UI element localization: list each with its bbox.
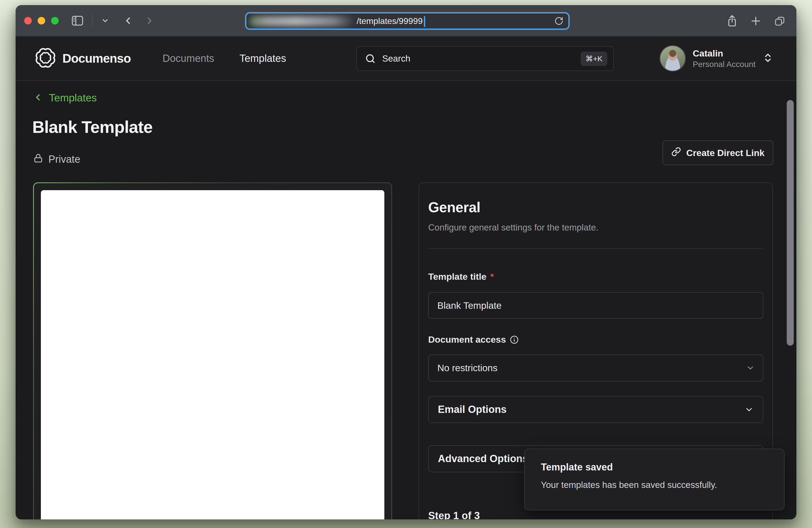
document-access-select[interactable]: No restrictions xyxy=(428,354,763,381)
avatar xyxy=(659,45,686,72)
window-controls xyxy=(24,17,59,25)
nav-templates[interactable]: Templates xyxy=(240,53,286,64)
link-icon xyxy=(671,147,681,159)
back-button-icon[interactable] xyxy=(122,15,133,26)
toast-message: Your templates has been saved successful… xyxy=(541,480,768,490)
page-content: Templates Blank Template Private Create … xyxy=(16,81,796,519)
page-title: Blank Template xyxy=(32,117,153,137)
app-header: Documenso Documents Templates ⌘+K Catali… xyxy=(16,36,796,81)
lock-icon xyxy=(33,153,43,165)
template-title-input[interactable] xyxy=(428,292,763,319)
sidebar-toggle-icon[interactable] xyxy=(72,15,83,26)
reload-icon[interactable] xyxy=(554,16,564,26)
email-options-accordion[interactable]: Email Options xyxy=(428,396,763,423)
breadcrumb-label: Templates xyxy=(49,92,97,104)
chevrons-up-down-icon xyxy=(763,53,773,64)
toolbar-divider xyxy=(92,15,92,27)
brand-name: Documenso xyxy=(62,51,131,65)
user-account-type: Personal Account xyxy=(693,59,755,69)
panel-subtitle: Configure general settings for the templ… xyxy=(428,222,763,233)
chevron-left-icon xyxy=(33,92,43,104)
step-indicator: Step 1 of 3 xyxy=(428,510,763,519)
browser-window: /templates/99999 xyxy=(16,5,796,519)
panel-divider xyxy=(428,248,763,249)
new-tab-icon[interactable] xyxy=(750,15,762,27)
brand[interactable]: Documenso xyxy=(34,47,131,70)
toast-title: Template saved xyxy=(541,461,768,473)
visibility-label: Private xyxy=(48,153,80,165)
document-access-label: Document access xyxy=(428,334,763,345)
main-nav: Documents Templates xyxy=(162,53,286,64)
document-access-value: No restrictions xyxy=(437,363,497,373)
required-asterisk: * xyxy=(490,272,494,282)
info-icon[interactable] xyxy=(510,335,519,344)
text-caret xyxy=(424,16,425,27)
nav-documents[interactable]: Documents xyxy=(162,53,214,64)
search-shortcut-badge: ⌘+K xyxy=(581,52,607,66)
create-direct-link-button[interactable]: Create Direct Link xyxy=(663,141,773,165)
blurred-domain xyxy=(250,16,355,26)
email-options-label: Email Options xyxy=(438,404,506,415)
sidebar-chevron-down-icon[interactable] xyxy=(101,17,109,25)
document-page[interactable] xyxy=(41,190,385,519)
search-input[interactable] xyxy=(382,54,574,64)
zoom-window-button[interactable] xyxy=(51,17,59,25)
close-window-button[interactable] xyxy=(24,17,32,25)
address-bar[interactable]: /templates/99999 xyxy=(245,12,570,30)
advanced-options-label: Advanced Options xyxy=(438,453,528,465)
share-icon[interactable] xyxy=(726,15,738,27)
panel-title: General xyxy=(428,199,763,216)
scrollbar-thumb[interactable] xyxy=(787,100,794,346)
chevron-down-icon xyxy=(746,364,755,372)
user-name: Catalin xyxy=(693,48,755,59)
account-menu[interactable]: Catalin Personal Account xyxy=(659,45,773,72)
documenso-logo-icon xyxy=(34,47,57,70)
browser-toolbar: /templates/99999 xyxy=(16,5,796,36)
search-bar[interactable]: ⌘+K xyxy=(357,46,614,71)
chevron-down-icon xyxy=(744,405,754,414)
url-path: /templates/99999 xyxy=(357,16,423,26)
template-title-label: Template title * xyxy=(428,272,763,282)
document-preview-card xyxy=(33,182,392,519)
create-direct-link-label: Create Direct Link xyxy=(686,148,765,158)
toast-notification[interactable]: Template saved Your templates has been s… xyxy=(524,449,785,510)
visibility-badge: Private xyxy=(33,153,80,165)
minimize-window-button[interactable] xyxy=(38,17,45,25)
tab-overview-icon[interactable] xyxy=(774,15,786,27)
breadcrumb[interactable]: Templates xyxy=(33,92,97,104)
forward-button-icon[interactable] xyxy=(144,15,155,26)
search-icon xyxy=(365,53,376,64)
